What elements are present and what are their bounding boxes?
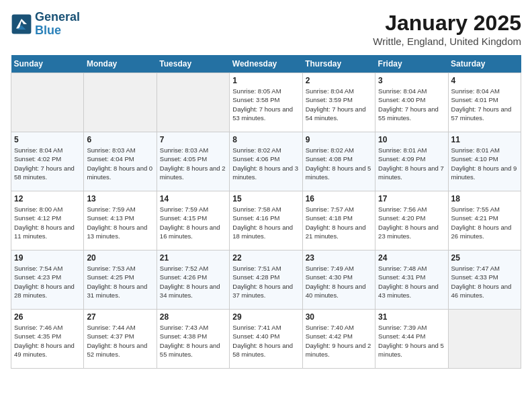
logo-name-general: General xyxy=(35,11,80,24)
day-number: 7 xyxy=(160,135,226,144)
calendar-cell: 27Sunrise: 7:44 AMSunset: 4:37 PMDayligh… xyxy=(84,310,157,369)
day-number: 11 xyxy=(451,135,518,144)
calendar-cell: 28Sunrise: 7:43 AMSunset: 4:38 PMDayligh… xyxy=(157,310,229,369)
weekday-header-sunday: Sunday xyxy=(11,55,84,73)
day-info: Sunrise: 7:57 AMSunset: 4:18 PMDaylight:… xyxy=(306,205,372,240)
calendar-cell xyxy=(448,310,521,369)
day-info: Sunrise: 8:00 AMSunset: 4:12 PMDaylight:… xyxy=(14,205,81,240)
day-number: 25 xyxy=(451,253,518,263)
day-number: 23 xyxy=(306,253,372,263)
day-number: 16 xyxy=(306,194,372,203)
day-number: 18 xyxy=(451,194,518,203)
day-number: 20 xyxy=(87,253,153,263)
week-row-3: 12Sunrise: 8:00 AMSunset: 4:12 PMDayligh… xyxy=(11,191,521,250)
calendar-cell: 16Sunrise: 7:57 AMSunset: 4:18 PMDayligh… xyxy=(302,191,375,250)
week-row-2: 5Sunrise: 8:04 AMSunset: 4:02 PMDaylight… xyxy=(11,132,521,191)
day-info: Sunrise: 7:47 AMSunset: 4:33 PMDaylight:… xyxy=(451,264,518,300)
calendar-cell: 19Sunrise: 7:54 AMSunset: 4:23 PMDayligh… xyxy=(11,250,84,310)
calendar-cell: 10Sunrise: 8:01 AMSunset: 4:09 PMDayligh… xyxy=(375,132,448,191)
day-number: 19 xyxy=(14,253,81,263)
calendar-cell xyxy=(11,73,84,132)
calendar-cell: 11Sunrise: 8:01 AMSunset: 4:10 PMDayligh… xyxy=(448,132,521,191)
calendar-cell: 7Sunrise: 8:03 AMSunset: 4:05 PMDaylight… xyxy=(157,132,229,191)
day-number: 15 xyxy=(232,194,299,203)
logo: General Blue xyxy=(11,11,80,38)
day-number: 27 xyxy=(87,312,153,322)
day-number: 17 xyxy=(378,194,445,203)
week-row-1: 1Sunrise: 8:05 AMSunset: 3:58 PMDaylight… xyxy=(11,73,521,132)
day-info: Sunrise: 8:05 AMSunset: 3:58 PMDaylight:… xyxy=(232,87,299,122)
day-number: 2 xyxy=(306,76,372,85)
calendar-cell: 1Sunrise: 8:05 AMSunset: 3:58 PMDaylight… xyxy=(230,73,302,132)
day-info: Sunrise: 7:56 AMSunset: 4:20 PMDaylight:… xyxy=(378,205,445,240)
day-info: Sunrise: 8:01 AMSunset: 4:09 PMDaylight:… xyxy=(378,146,445,181)
day-number: 29 xyxy=(232,312,299,322)
day-number: 1 xyxy=(232,76,299,85)
calendar-cell: 29Sunrise: 7:41 AMSunset: 4:40 PMDayligh… xyxy=(230,310,302,369)
calendar-cell: 22Sunrise: 7:51 AMSunset: 4:28 PMDayligh… xyxy=(230,250,302,310)
calendar-cell: 20Sunrise: 7:53 AMSunset: 4:25 PMDayligh… xyxy=(84,250,157,310)
logo-icon xyxy=(11,13,32,35)
month-title: January 2025 xyxy=(373,11,521,36)
day-info: Sunrise: 7:40 AMSunset: 4:42 PMDaylight:… xyxy=(306,323,372,359)
week-row-4: 19Sunrise: 7:54 AMSunset: 4:23 PMDayligh… xyxy=(11,250,521,310)
day-number: 26 xyxy=(14,312,81,322)
day-info: Sunrise: 7:39 AMSunset: 4:44 PMDaylight:… xyxy=(378,323,445,359)
day-number: 9 xyxy=(306,135,372,144)
calendar-cell: 31Sunrise: 7:39 AMSunset: 4:44 PMDayligh… xyxy=(375,310,448,369)
day-number: 28 xyxy=(160,312,226,322)
day-number: 31 xyxy=(378,312,445,322)
day-info: Sunrise: 8:02 AMSunset: 4:06 PMDaylight:… xyxy=(232,146,299,181)
calendar-cell: 21Sunrise: 7:52 AMSunset: 4:26 PMDayligh… xyxy=(157,250,229,310)
weekday-header-wednesday: Wednesday xyxy=(230,55,302,73)
day-info: Sunrise: 7:55 AMSunset: 4:21 PMDaylight:… xyxy=(451,205,518,240)
day-info: Sunrise: 8:01 AMSunset: 4:10 PMDaylight:… xyxy=(451,146,518,181)
day-number: 4 xyxy=(451,76,518,85)
day-number: 14 xyxy=(160,194,226,203)
calendar-cell: 17Sunrise: 7:56 AMSunset: 4:20 PMDayligh… xyxy=(375,191,448,250)
calendar-cell: 2Sunrise: 8:04 AMSunset: 3:59 PMDaylight… xyxy=(302,73,375,132)
day-info: Sunrise: 7:43 AMSunset: 4:38 PMDaylight:… xyxy=(160,323,226,359)
calendar-cell: 4Sunrise: 8:04 AMSunset: 4:01 PMDaylight… xyxy=(448,73,521,132)
calendar-cell: 15Sunrise: 7:58 AMSunset: 4:16 PMDayligh… xyxy=(230,191,302,250)
day-info: Sunrise: 7:53 AMSunset: 4:25 PMDaylight:… xyxy=(87,264,153,300)
day-info: Sunrise: 7:49 AMSunset: 4:30 PMDaylight:… xyxy=(306,264,372,300)
calendar-cell: 18Sunrise: 7:55 AMSunset: 4:21 PMDayligh… xyxy=(448,191,521,250)
day-number: 13 xyxy=(87,194,153,203)
calendar-cell: 9Sunrise: 8:02 AMSunset: 4:08 PMDaylight… xyxy=(302,132,375,191)
weekday-header-friday: Friday xyxy=(375,55,448,73)
calendar-cell: 6Sunrise: 8:03 AMSunset: 4:04 PMDaylight… xyxy=(84,132,157,191)
day-number: 22 xyxy=(232,253,299,263)
day-number: 5 xyxy=(14,135,81,144)
day-info: Sunrise: 8:03 AMSunset: 4:04 PMDaylight:… xyxy=(87,146,153,181)
weekday-header-tuesday: Tuesday xyxy=(157,55,229,73)
day-info: Sunrise: 7:59 AMSunset: 4:13 PMDaylight:… xyxy=(87,205,153,240)
weekday-header-monday: Monday xyxy=(84,55,157,73)
calendar-cell: 12Sunrise: 8:00 AMSunset: 4:12 PMDayligh… xyxy=(11,191,84,250)
calendar-cell: 8Sunrise: 8:02 AMSunset: 4:06 PMDaylight… xyxy=(230,132,302,191)
day-number: 10 xyxy=(378,135,445,144)
calendar-cell: 13Sunrise: 7:59 AMSunset: 4:13 PMDayligh… xyxy=(84,191,157,250)
day-info: Sunrise: 8:04 AMSunset: 4:02 PMDaylight:… xyxy=(14,146,81,181)
weekday-header-row: SundayMondayTuesdayWednesdayThursdayFrid… xyxy=(11,55,521,73)
page-header: General Blue January 2025 Writtle, Engla… xyxy=(11,11,521,47)
calendar-cell: 3Sunrise: 8:04 AMSunset: 4:00 PMDaylight… xyxy=(375,73,448,132)
day-number: 6 xyxy=(87,135,153,144)
calendar-cell: 26Sunrise: 7:46 AMSunset: 4:35 PMDayligh… xyxy=(11,310,84,369)
day-number: 21 xyxy=(160,253,226,263)
day-info: Sunrise: 8:04 AMSunset: 4:00 PMDaylight:… xyxy=(378,87,445,122)
title-section: January 2025 Writtle, England, United Ki… xyxy=(373,11,521,47)
calendar-cell: 14Sunrise: 7:59 AMSunset: 4:15 PMDayligh… xyxy=(157,191,229,250)
day-info: Sunrise: 7:51 AMSunset: 4:28 PMDaylight:… xyxy=(232,264,299,300)
week-row-5: 26Sunrise: 7:46 AMSunset: 4:35 PMDayligh… xyxy=(11,310,521,369)
calendar-cell xyxy=(157,73,229,132)
day-info: Sunrise: 8:02 AMSunset: 4:08 PMDaylight:… xyxy=(306,146,372,181)
logo-name-blue: Blue xyxy=(35,24,80,38)
day-number: 12 xyxy=(14,194,81,203)
day-number: 30 xyxy=(306,312,372,322)
calendar-table: SundayMondayTuesdayWednesdayThursdayFrid… xyxy=(11,55,521,369)
day-number: 8 xyxy=(232,135,299,144)
day-info: Sunrise: 7:58 AMSunset: 4:16 PMDaylight:… xyxy=(232,205,299,240)
day-info: Sunrise: 7:52 AMSunset: 4:26 PMDaylight:… xyxy=(160,264,226,300)
calendar-cell: 24Sunrise: 7:48 AMSunset: 4:31 PMDayligh… xyxy=(375,250,448,310)
